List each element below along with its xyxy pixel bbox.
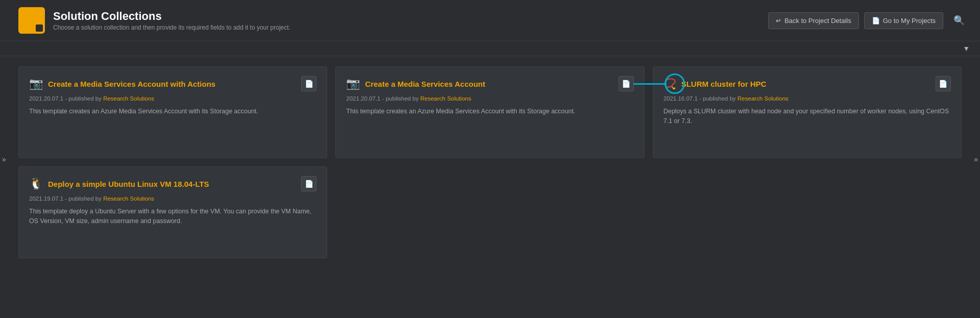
card-1-add-icon: 📄	[305, 80, 313, 88]
header-text-block: Solution Collections Choose a solution c…	[53, 10, 290, 31]
card-2-meta-link[interactable]: Research Solutions	[420, 95, 471, 102]
card-4-description: This template deploy a Ubuntu Server wit…	[29, 207, 316, 226]
card-4-meta-link[interactable]: Research Solutions	[103, 195, 154, 202]
page-title: Solution Collections	[53, 10, 290, 23]
filter-bar: ▼	[0, 41, 980, 56]
card-4-meta: 2021.19.07.1 - published by Research Sol…	[29, 195, 316, 202]
card-4-header: 🐧 Deploy a simple Ubuntu Linux VM 18.04-…	[29, 176, 316, 191]
card-3-header: 📿 SLURM cluster for HPC 📄	[664, 76, 951, 91]
card-4-add-icon: 📄	[305, 180, 313, 188]
right-panel-toggle[interactable]: »	[972, 151, 980, 167]
card-3-description: Deploys a SLURM cluster with head node a…	[664, 107, 951, 126]
card-3-meta-link[interactable]: Research Solutions	[738, 95, 789, 102]
filter-icon[interactable]: ▼	[963, 44, 970, 53]
card-3-title: SLURM cluster for HPC	[681, 80, 767, 88]
go-to-my-projects-button[interactable]: 📄 Go to My Projects	[864, 12, 943, 29]
page-subtitle: Choose a solution collection and then pr…	[53, 24, 290, 31]
card-3-add-button[interactable]: 📄	[936, 76, 951, 91]
back-arrow-icon: ↵	[776, 17, 781, 25]
myprojects-button-label: Go to My Projects	[883, 17, 936, 25]
card-2-meta: 2021.20.07.1 - published by Research Sol…	[346, 95, 633, 102]
card-4-icon: 🐧	[29, 177, 43, 190]
card-1-title: Create a Media Services Account with Act…	[48, 80, 215, 88]
page-header: Solution Collections Choose a solution c…	[0, 0, 980, 41]
header-left: Solution Collections Choose a solution c…	[18, 7, 290, 34]
card-2-title-area: 📷 Create a Media Services Account	[346, 77, 485, 90]
solution-cards-grid: 📷 Create a Media Services Account with A…	[0, 56, 980, 268]
back-to-project-button[interactable]: ↵ Back to Project Details	[768, 12, 859, 29]
myprojects-icon: 📄	[872, 17, 880, 25]
card-1-title-area: 📷 Create a Media Services Account with A…	[29, 77, 215, 90]
card-3-title-area: 📿 SLURM cluster for HPC	[664, 78, 767, 90]
card-1-meta-text: 2021.20.07.1 - published by	[29, 95, 102, 102]
card-4-title-area: 🐧 Deploy a simple Ubuntu Linux VM 18.04-…	[29, 177, 209, 190]
card-2-icon: 📷	[346, 77, 360, 90]
card-1-meta-link[interactable]: Research Solutions	[103, 95, 154, 102]
card-2-title: Create a Media Services Account	[365, 80, 485, 88]
card-2-meta-text: 2021.20.07.1 - published by	[346, 95, 419, 102]
card-2-add-button[interactable]: 📄	[619, 76, 634, 91]
card-2-header: 📷 Create a Media Services Account 📄	[346, 76, 633, 91]
solution-card-4: 🐧 Deploy a simple Ubuntu Linux VM 18.04-…	[18, 166, 327, 258]
header-actions: ↵ Back to Project Details 📄 Go to My Pro…	[768, 12, 970, 29]
card-1-meta: 2021.20.07.1 - published by Research Sol…	[29, 95, 316, 102]
card-1-description: This template creates an Azure Media Ser…	[29, 107, 316, 116]
app-logo	[18, 7, 45, 34]
card-2-add-icon: 📄	[622, 80, 630, 88]
card-1-add-button[interactable]: 📄	[301, 76, 316, 91]
search-button[interactable]: 🔍	[948, 12, 970, 29]
card-4-title: Deploy a simple Ubuntu Linux VM 18.04-LT…	[48, 180, 209, 188]
card-4-add-button[interactable]: 📄	[301, 176, 316, 191]
solution-card-2: 📷 Create a Media Services Account 📄 2021…	[335, 66, 644, 158]
card-3-meta: 2021.16.07.1 - published by Research Sol…	[664, 95, 951, 102]
card-3-icon: 📿	[664, 78, 676, 90]
card-4-meta-text: 2021.19.07.1 - published by	[29, 195, 102, 202]
back-button-label: Back to Project Details	[785, 17, 851, 25]
search-icon: 🔍	[953, 15, 965, 26]
card-3-meta-text: 2021.16.07.1 - published by	[664, 95, 736, 102]
card-2-description: This template creates an Azure Media Ser…	[346, 107, 633, 116]
card-1-header: 📷 Create a Media Services Account with A…	[29, 76, 316, 91]
card-3-add-icon: 📄	[939, 80, 947, 88]
solution-card-1: 📷 Create a Media Services Account with A…	[18, 66, 327, 158]
solution-card-3: 📿 SLURM cluster for HPC 📄 2021.16.07.1 -…	[653, 66, 962, 158]
sidebar-collapse-toggle[interactable]: »	[0, 151, 8, 167]
card-1-icon: 📷	[29, 77, 43, 90]
